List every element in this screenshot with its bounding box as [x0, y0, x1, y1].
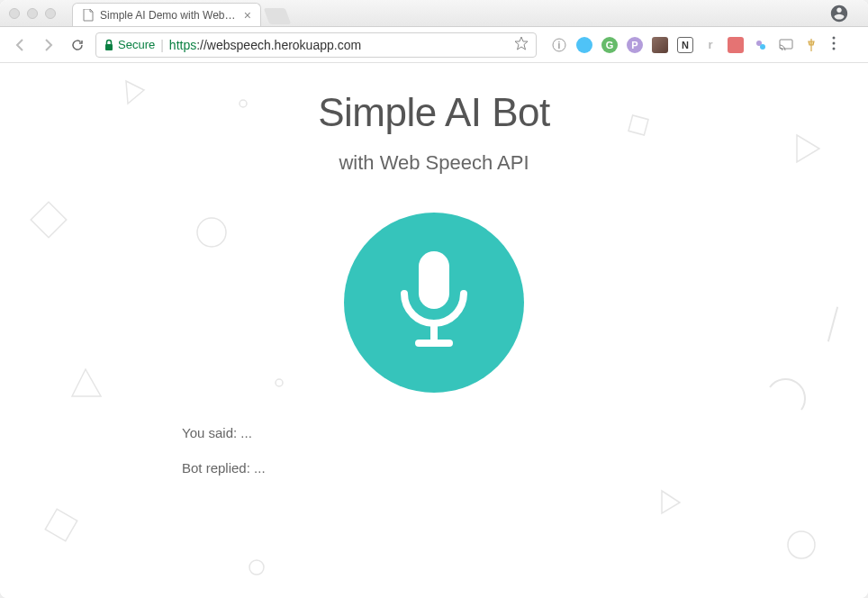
- svg-point-4: [760, 44, 765, 50]
- cast-icon[interactable]: [778, 37, 794, 53]
- maximize-window-button[interactable]: [45, 8, 56, 19]
- extension-icon-image[interactable]: [652, 37, 668, 53]
- browser-tab[interactable]: Simple AI Demo with Web Spe... ×: [72, 3, 261, 26]
- extension-icons: i G P N r: [551, 37, 819, 53]
- svg-rect-0: [105, 44, 113, 50]
- reload-button[interactable]: [67, 34, 88, 56]
- forward-button[interactable]: [38, 34, 59, 56]
- extension-icon-octo[interactable]: [753, 37, 769, 53]
- traffic-lights: [9, 8, 56, 19]
- svg-point-7: [833, 41, 836, 44]
- conversation-area: You said: ... Bot replied: ...: [182, 425, 686, 495]
- file-icon: [82, 9, 95, 22]
- extension-icon-green[interactable]: G: [601, 37, 618, 53]
- back-button[interactable]: [9, 34, 31, 56]
- svg-rect-14: [45, 509, 77, 541]
- secure-badge: Secure: [104, 38, 155, 51]
- url-domain: ://webspeech.herokuapp.com: [196, 38, 361, 52]
- bot-replied-label: Bot replied:: [182, 460, 254, 476]
- page-content: Simple AI Bot with Web Speech API You sa…: [0, 63, 868, 598]
- svg-text:i: i: [558, 41, 561, 50]
- browser-menu-button[interactable]: [832, 36, 836, 54]
- toolbar: Secure | https://webspeech.herokuapp.com…: [0, 27, 868, 63]
- microphone-icon: [384, 244, 484, 361]
- svg-rect-5: [780, 40, 792, 49]
- lock-icon: [104, 39, 114, 51]
- url-protocol: https: [169, 38, 196, 52]
- address-bar[interactable]: Secure | https://webspeech.herokuapp.com: [95, 32, 537, 58]
- bot-replied-value: ...: [254, 460, 266, 476]
- extension-icon-red[interactable]: [728, 37, 744, 53]
- you-said-line: You said: ...: [182, 425, 686, 440]
- you-said-label: You said:: [182, 425, 240, 440]
- svg-point-15: [249, 560, 264, 575]
- extension-icon-info[interactable]: i: [551, 37, 567, 53]
- close-tab-button[interactable]: ×: [244, 9, 251, 22]
- microphone-button[interactable]: [344, 213, 524, 393]
- titlebar: Simple AI Demo with Web Spe... ×: [0, 0, 868, 27]
- svg-point-8: [833, 47, 836, 50]
- tab-title: Simple AI Demo with Web Spe...: [100, 9, 239, 22]
- bookmark-star-button[interactable]: [514, 36, 529, 53]
- url: https://webspeech.herokuapp.com: [169, 38, 361, 52]
- page-subtitle: with Web Speech API: [339, 151, 529, 175]
- extension-icon-blue[interactable]: [576, 37, 592, 53]
- secure-label: Secure: [118, 38, 155, 51]
- browser-window: Simple AI Demo with Web Spe... ×: [0, 0, 868, 598]
- svg-point-16: [788, 531, 815, 558]
- minimize-window-button[interactable]: [27, 8, 38, 19]
- svg-point-6: [833, 36, 836, 39]
- extension-icon-r[interactable]: r: [702, 37, 719, 53]
- tab-strip: Simple AI Demo with Web Spe... ×: [72, 0, 288, 26]
- bot-replied-line: Bot replied: ...: [182, 460, 686, 476]
- svg-rect-17: [419, 251, 449, 309]
- extension-icon-pin[interactable]: [803, 37, 819, 53]
- close-window-button[interactable]: [9, 8, 20, 19]
- extension-icon-purple[interactable]: P: [627, 37, 643, 53]
- account-icon[interactable]: [828, 3, 850, 24]
- extension-icon-n[interactable]: N: [677, 37, 693, 53]
- you-said-value: ...: [240, 425, 252, 440]
- new-tab-button[interactable]: [264, 8, 292, 24]
- page-title: Simple AI Bot: [318, 90, 550, 135]
